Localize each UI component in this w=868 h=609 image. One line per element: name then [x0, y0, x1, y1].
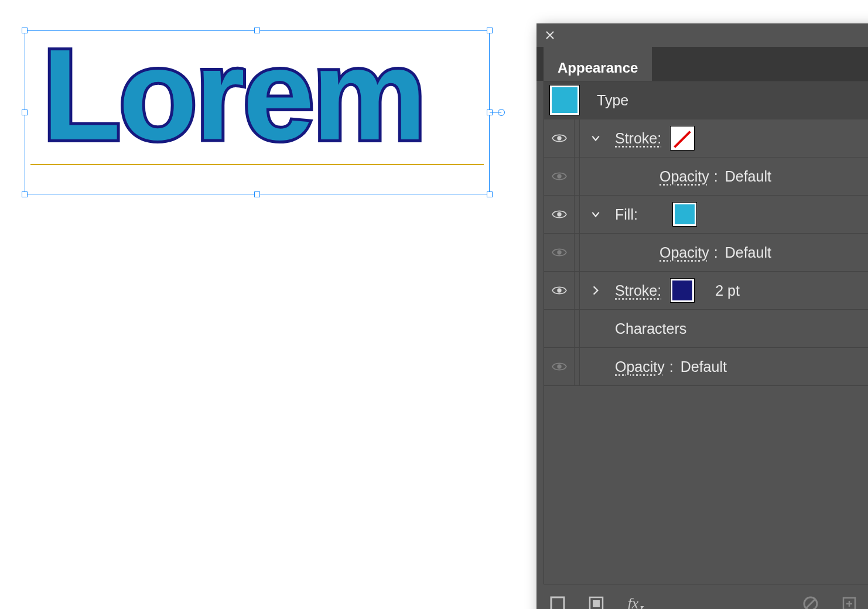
handle-w[interactable] — [22, 110, 28, 115]
svg-point-2 — [557, 212, 561, 216]
outport-connector — [490, 112, 501, 113]
visibility-dim-icon[interactable] — [552, 247, 567, 258]
handle-nw[interactable] — [22, 28, 28, 33]
clear-appearance-icon[interactable] — [800, 593, 821, 609]
panel-tabbar: Appearance — [536, 47, 868, 81]
stroke-label[interactable]: Stroke: — [611, 130, 661, 147]
object-opacity-row[interactable]: Opacity: Default — [544, 348, 868, 386]
opacity-label[interactable]: Opacity — [611, 358, 665, 375]
stroke-opacity-row[interactable]: Opacity: Default — [544, 158, 868, 196]
characters-row[interactable]: Characters — [544, 310, 868, 348]
panel-footer: fx▾ — [536, 584, 868, 609]
stroke2-row[interactable]: Stroke: 2 pt — [544, 272, 868, 310]
panel-titlebar[interactable]: ◂◂ — [536, 23, 868, 47]
stroke2-label[interactable]: Stroke: — [611, 282, 661, 299]
new-fill-icon[interactable] — [586, 593, 607, 609]
opacity-label[interactable]: Opacity — [656, 168, 709, 185]
handle-n[interactable] — [254, 28, 260, 33]
new-stroke-icon[interactable] — [547, 593, 568, 609]
svg-rect-6 — [551, 597, 564, 609]
visibility-dim-icon[interactable] — [552, 171, 567, 182]
svg-line-10 — [806, 599, 815, 608]
svg-point-1 — [557, 174, 561, 178]
opacity-value: Default — [723, 244, 771, 261]
type-row[interactable]: Type — [544, 81, 868, 119]
handle-sw[interactable] — [22, 191, 28, 197]
add-effect-icon[interactable]: fx▾ — [624, 593, 645, 609]
duplicate-item-icon — [839, 593, 860, 609]
stroke2-weight[interactable]: 2 pt — [715, 282, 740, 299]
canvas-text-lorem[interactable]: Lorem — [42, 30, 424, 159]
handle-s[interactable] — [254, 191, 260, 197]
characters-label: Characters — [611, 320, 686, 337]
chevron-down-icon[interactable] — [590, 133, 601, 143]
fill-opacity-row[interactable]: Opacity: Default — [544, 234, 868, 272]
svg-point-5 — [557, 364, 561, 368]
stroke-row[interactable]: Stroke: — [544, 119, 868, 158]
stroke-swatch-none[interactable] — [671, 126, 694, 150]
stroke2-swatch[interactable] — [671, 279, 694, 302]
handle-ne[interactable] — [487, 28, 493, 33]
svg-rect-8 — [593, 600, 600, 607]
type-label: Type — [593, 92, 628, 109]
opacity-value: Default — [678, 358, 727, 375]
opacity-label[interactable]: Opacity — [656, 244, 709, 261]
opacity-value: Default — [723, 168, 771, 185]
appearance-panel: ◂◂ Appearance Type Stroke: — [536, 23, 868, 609]
close-icon[interactable] — [545, 30, 555, 40]
chevron-down-icon[interactable] — [590, 209, 601, 220]
svg-point-3 — [557, 250, 561, 254]
visibility-dim-icon[interactable] — [552, 361, 567, 372]
visibility-icon[interactable] — [552, 133, 567, 143]
svg-point-0 — [557, 136, 561, 140]
tab-label: Appearance — [558, 60, 638, 76]
svg-point-4 — [557, 288, 561, 292]
visibility-icon[interactable] — [552, 209, 567, 220]
tab-appearance[interactable]: Appearance — [544, 47, 652, 81]
handle-se[interactable] — [487, 191, 493, 197]
appearance-list: Type Stroke: Opacity: Default — [544, 81, 868, 584]
visibility-icon[interactable] — [552, 285, 567, 296]
fill-row[interactable]: Fill: — [544, 196, 868, 234]
fill-swatch[interactable] — [673, 203, 696, 226]
chevron-right-icon[interactable] — [590, 285, 601, 296]
fill-label[interactable]: Fill: — [611, 206, 638, 223]
selection-thumb[interactable] — [550, 85, 579, 115]
canvas-selection[interactable]: Lorem — [25, 30, 490, 194]
